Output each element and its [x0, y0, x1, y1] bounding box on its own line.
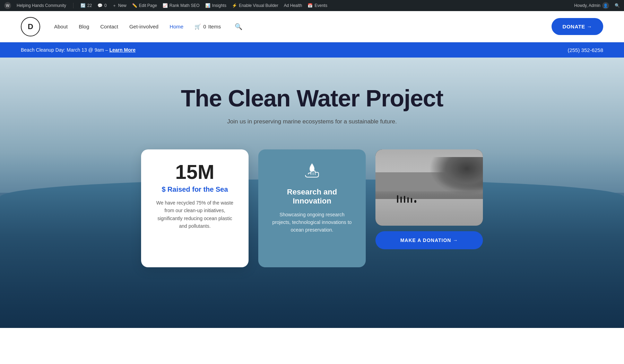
figure-2: [400, 197, 402, 203]
ad-health-item[interactable]: Ad Health: [284, 3, 302, 8]
admin-avatar: 👤: [602, 2, 609, 9]
figure-4: [407, 197, 409, 203]
announcement-link[interactable]: Learn More: [109, 47, 135, 53]
image-card-wrapper: MAKE A DONATION →: [375, 149, 483, 267]
insights-icon: 📊: [205, 3, 210, 8]
stat-description: We have recycled 75% of the waste from o…: [154, 199, 236, 230]
comments-icon: 💬: [97, 3, 103, 8]
plus-icon: ＋: [112, 3, 116, 9]
site-name-label: Helping Hands Community: [17, 3, 66, 8]
howdy-item[interactable]: Howdy, Admin 👤: [574, 2, 609, 9]
beach-sand-layer: [375, 199, 483, 226]
nav-home[interactable]: Home: [170, 24, 183, 29]
cart-count: 0: [203, 24, 206, 29]
donate-label: DONATE →: [563, 24, 592, 29]
cards-row: 15M $ Raised for the Sea We have recycle…: [127, 149, 497, 267]
events-icon: 📅: [307, 3, 313, 8]
beach-trees-layer: [429, 157, 483, 195]
announcement-text: Beach Cleanup Day: March 13 @ 9am –: [21, 47, 108, 53]
water-drop-icon: [303, 162, 321, 181]
admin-bar-right: Howdy, Admin 👤 🔍: [574, 2, 620, 9]
figure-1: [397, 195, 398, 203]
stat-number: 15M: [154, 162, 236, 182]
events-item[interactable]: 📅 Events: [307, 3, 327, 8]
hero-title: The Clean Water Project: [181, 85, 443, 111]
admin-search-button[interactable]: 🔍: [615, 3, 620, 8]
donate-button[interactable]: DONATE →: [552, 18, 603, 35]
header-search-button[interactable]: 🔍: [235, 23, 242, 31]
hero-content: The Clean Water Project Join us in prese…: [0, 58, 624, 267]
updates-item[interactable]: 🔄 22: [80, 3, 92, 8]
nav-about[interactable]: About: [54, 24, 68, 29]
research-title: Research and Innovation: [271, 188, 353, 206]
events-label: Events: [314, 3, 327, 8]
separator: [73, 3, 73, 8]
hero-subtitle: Join us in preserving marine ecosystems …: [227, 118, 397, 125]
logo-letter: D: [28, 22, 33, 31]
rank-math-item[interactable]: 📈 Rank Math SEO: [163, 3, 200, 8]
announcement-phone: (255) 352-6258: [567, 47, 603, 53]
make-donation-button[interactable]: MAKE A DONATION →: [375, 231, 483, 249]
admin-site-name[interactable]: Helping Hands Community: [17, 3, 66, 8]
nav-contact[interactable]: Contact: [100, 24, 118, 29]
announcement-bar: Beach Cleanup Day: March 13 @ 9am – Lear…: [0, 42, 624, 58]
figure-3: [404, 196, 405, 203]
insights-item[interactable]: 📊 Insights: [205, 3, 226, 8]
research-description: Showcasing ongoing research projects, te…: [271, 211, 353, 234]
comments-count: 0: [104, 3, 107, 8]
insights-label: Insights: [212, 3, 226, 8]
beach-scene: [375, 149, 483, 226]
logo-circle: D: [21, 17, 40, 36]
updates-icon: 🔄: [80, 3, 86, 8]
divi-icon: ⚡: [232, 3, 237, 8]
beach-figures: [397, 195, 416, 203]
nav-blog[interactable]: Blog: [79, 24, 89, 29]
site-header: D About Blog Contact Get-involved Home 🛒…: [0, 11, 624, 42]
wordpress-icon: W: [4, 2, 11, 9]
nav-cart[interactable]: 🛒 0 Items: [194, 24, 221, 30]
search-icon: 🔍: [615, 3, 620, 8]
nav-get-involved[interactable]: Get-involved: [129, 24, 158, 29]
site-logo[interactable]: D: [21, 17, 40, 36]
ad-health-label: Ad Health: [284, 3, 302, 8]
new-item[interactable]: ＋ New: [112, 3, 127, 9]
beach-image: [375, 149, 483, 226]
rank-math-icon: 📈: [163, 3, 168, 8]
stats-card: 15M $ Raised for the Sea We have recycle…: [141, 149, 249, 267]
edit-page-item[interactable]: ✏️ Edit Page: [132, 3, 157, 8]
comments-item[interactable]: 💬 0: [97, 3, 107, 8]
admin-bar: W Helping Hands Community 🔄 22 💬 0 ＋ New…: [0, 0, 624, 11]
edit-icon: ✏️: [132, 3, 137, 8]
wp-logo[interactable]: W: [4, 2, 11, 9]
edit-page-label: Edit Page: [139, 3, 157, 8]
stat-label: $ Raised for the Sea: [154, 185, 236, 193]
new-label: New: [118, 3, 127, 8]
figure-6: [414, 200, 416, 203]
enable-vb-item[interactable]: ⚡ Enable Visual Builder: [232, 3, 278, 8]
cart-icon: 🛒: [194, 24, 201, 30]
enable-vb-label: Enable Visual Builder: [239, 3, 278, 8]
hero-section: The Clean Water Project Join us in prese…: [0, 58, 624, 328]
figure-5: [411, 198, 412, 203]
rank-math-label: Rank Math SEO: [170, 3, 200, 8]
donate-card-label: MAKE A DONATION →: [400, 237, 458, 243]
site-nav: About Blog Contact Get-involved Home 🛒 0…: [54, 23, 552, 31]
items-label: Items: [208, 24, 221, 29]
research-card: Research and Innovation Showcasing ongoi…: [258, 149, 366, 267]
updates-count: 22: [87, 3, 92, 8]
howdy-label: Howdy, Admin: [574, 3, 600, 8]
